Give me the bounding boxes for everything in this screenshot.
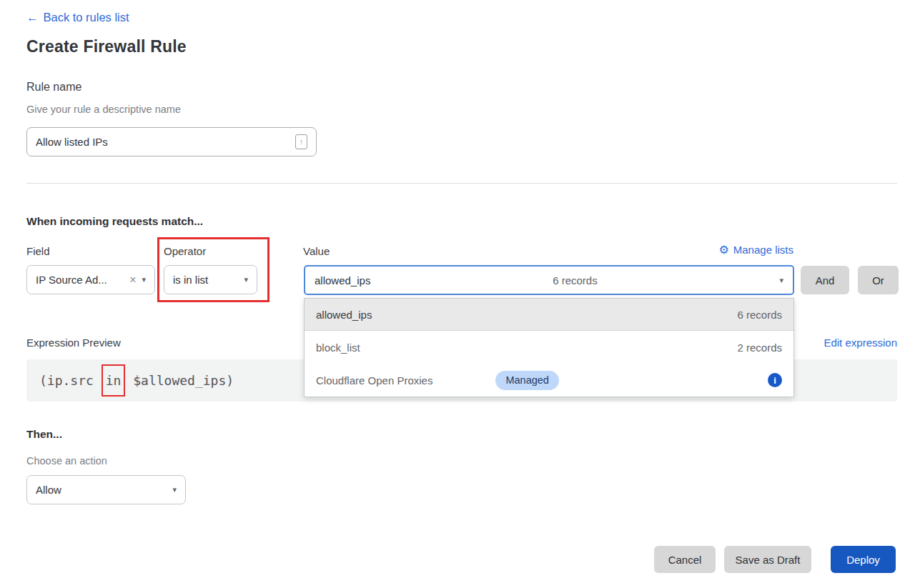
info-icon[interactable]: i (768, 373, 782, 387)
list-dropdown-panel: allowed_ips 6 records block_list 2 recor… (304, 298, 794, 397)
value-records-count: 6 records (553, 274, 598, 286)
list-item-name: Cloudflare Open Proxies (316, 374, 432, 387)
rule-name-input[interactable] (36, 136, 295, 148)
cancel-button[interactable]: Cancel (654, 546, 716, 573)
chevron-down-icon: ▾ (142, 275, 146, 284)
expression-code: (ip.src in $allowed_ips) (39, 372, 234, 389)
manage-lists-link[interactable]: ⚙ Manage lists (718, 244, 793, 256)
autofill-icon[interactable]: ↑ (295, 134, 307, 149)
list-item-cloudflare-open-proxies[interactable]: Cloudflare Open Proxies Managed i (305, 364, 793, 397)
list-item-records: 6 records (737, 309, 782, 321)
field-select-value: IP Source Ad... (36, 274, 107, 286)
operator-select[interactable]: is in list ▾ (164, 265, 257, 294)
page-title: Create Firewall Rule (26, 37, 187, 56)
managed-badge: Managed (495, 371, 558, 390)
expression-code-suffix: $allowed_ips) (125, 373, 234, 388)
match-heading: When incoming requests match... (26, 215, 203, 228)
list-item-name: block_list (316, 342, 360, 354)
list-item-block-list[interactable]: block_list 2 records (305, 331, 793, 364)
edit-expression-link[interactable]: Edit expression (824, 337, 897, 349)
back-arrow-icon: ← (26, 11, 39, 24)
manage-lists-label: Manage lists (733, 244, 793, 256)
rule-name-field-wrap: ↑ (26, 127, 317, 156)
back-to-rules-link[interactable]: ← Back to rules list (26, 11, 129, 24)
list-item-allowed-ips[interactable]: allowed_ips 6 records (305, 299, 793, 331)
list-item-name: allowed_ips (316, 309, 372, 321)
clear-field-icon[interactable]: × (129, 274, 136, 286)
expression-preview-label: Expression Preview (26, 337, 121, 349)
value-combobox-value: allowed_ips (315, 274, 370, 286)
chevron-down-icon: ▾ (779, 276, 783, 285)
action-select-value: Allow (36, 484, 61, 496)
rule-name-label: Rule name (26, 81, 81, 94)
choose-action-hint: Choose an action (26, 455, 107, 467)
and-button[interactable]: And (801, 266, 849, 294)
value-label: Value (303, 245, 330, 257)
save-as-draft-button[interactable]: Save as Draft (724, 546, 811, 573)
or-button[interactable]: Or (858, 266, 899, 294)
deploy-button[interactable]: Deploy (831, 546, 896, 573)
gear-icon: ⚙ (718, 244, 728, 256)
field-label: Field (26, 245, 50, 257)
chevron-down-icon: ▾ (244, 275, 248, 284)
action-select[interactable]: Allow ▾ (26, 475, 186, 504)
value-combobox[interactable]: allowed_ips 6 records ▾ (304, 265, 794, 295)
chevron-down-icon: ▾ (172, 485, 177, 494)
section-divider (26, 183, 897, 184)
field-select[interactable]: IP Source Ad... × ▾ (26, 265, 155, 294)
create-firewall-rule-page: ← Back to rules list Create Firewall Rul… (0, 0, 910, 588)
back-link-label: Back to rules list (44, 11, 129, 24)
annotation-box-in: in (102, 364, 126, 397)
rule-name-hint: Give your rule a descriptive name (26, 104, 181, 115)
list-item-records: 2 records (737, 342, 782, 354)
operator-label: Operator (164, 245, 206, 257)
then-heading: Then... (26, 428, 62, 441)
expression-code-prefix: (ip.src (39, 373, 102, 388)
operator-select-value: is in list (173, 274, 208, 286)
